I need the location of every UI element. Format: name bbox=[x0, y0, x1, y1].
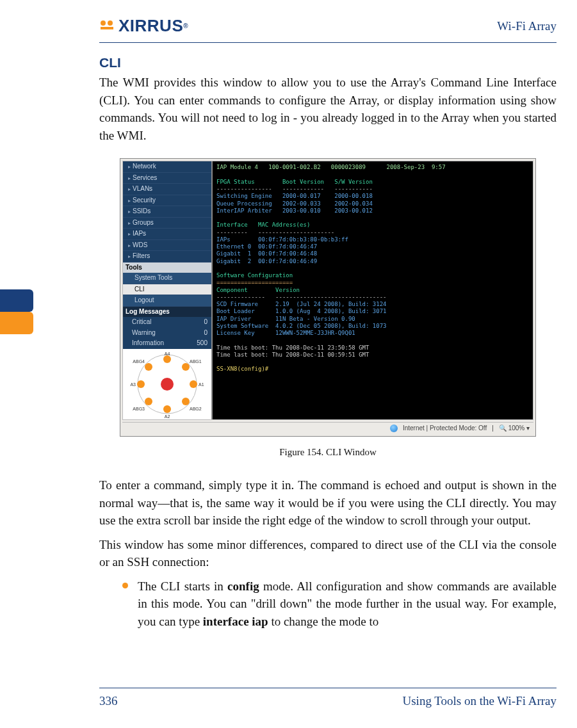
internet-zone-icon bbox=[390, 425, 398, 432]
tools-header: Tools bbox=[123, 263, 211, 273]
intro-paragraph: The WMI provides this window to allow yo… bbox=[99, 74, 557, 144]
svg-point-15 bbox=[145, 398, 152, 405]
page-header: XIRRUS® Wi-Fi Array bbox=[99, 14, 557, 43]
logo-mark-icon bbox=[99, 19, 117, 33]
svg-point-0 bbox=[101, 20, 106, 26]
tools-item[interactable]: Logout bbox=[123, 295, 211, 307]
svg-text:A3: A3 bbox=[130, 382, 136, 387]
body-paragraph: To enter a command, simply type it in. T… bbox=[99, 476, 557, 530]
screenshot: Network Services VLANs Security SSIDs Gr… bbox=[120, 158, 536, 437]
cli-terminal[interactable]: IAP Module 4 100-0091-002.B2 0000023089 … bbox=[211, 161, 533, 419]
bullet-list: The CLI starts in config mode. All confi… bbox=[99, 578, 557, 631]
edge-tabs bbox=[0, 289, 33, 334]
body-paragraph: This window has some minor differences, … bbox=[99, 536, 557, 571]
brand-logo: XIRRUS® bbox=[99, 14, 188, 38]
screenshot-sidebar: Network Services VLANs Security SSIDs Gr… bbox=[123, 161, 211, 419]
log-row[interactable]: Information500 bbox=[123, 338, 211, 349]
svg-point-4 bbox=[161, 378, 174, 391]
footer-title: Using Tools on the Wi-Fi Array bbox=[402, 692, 557, 710]
statusbar-text: Internet | Protected Mode: Off bbox=[403, 424, 487, 433]
page-footer: 336 Using Tools on the Wi-Fi Array bbox=[99, 688, 557, 710]
svg-text:ABG1: ABG1 bbox=[190, 359, 202, 364]
list-item: The CLI starts in config mode. All confi… bbox=[122, 578, 557, 631]
nav-item[interactable]: VLANs bbox=[123, 184, 211, 195]
nav-item[interactable]: Services bbox=[123, 173, 211, 184]
header-product: Wi-Fi Array bbox=[497, 17, 557, 35]
svg-point-5 bbox=[163, 355, 171, 363]
log-row[interactable]: Critical0 bbox=[123, 317, 211, 328]
tools-item-selected[interactable]: CLI bbox=[123, 284, 211, 296]
browser-statusbar: Internet | Protected Mode: Off | 🔍 100% … bbox=[122, 422, 533, 435]
log-header: Log Messages bbox=[123, 307, 211, 318]
figure-cli-window: Network Services VLANs Security SSIDs Gr… bbox=[120, 158, 536, 460]
nav-item[interactable]: IAPs bbox=[123, 229, 211, 240]
svg-point-17 bbox=[182, 398, 190, 405]
nav-item[interactable]: SSIDs bbox=[123, 206, 211, 218]
brand-text: XIRRUS bbox=[118, 14, 183, 38]
nav-item[interactable]: Filters bbox=[123, 251, 211, 263]
svg-text:A2: A2 bbox=[165, 414, 170, 419]
tools-item[interactable]: System Tools bbox=[123, 273, 211, 284]
edge-tab-orange bbox=[0, 312, 33, 334]
zoom-indicator[interactable]: 🔍 100% ▾ bbox=[499, 424, 530, 433]
edge-tab-blue bbox=[0, 289, 33, 312]
svg-point-1 bbox=[108, 20, 113, 26]
svg-text:A4: A4 bbox=[165, 352, 170, 356]
svg-text:ABG3: ABG3 bbox=[133, 407, 145, 411]
svg-point-13 bbox=[190, 380, 197, 388]
nav-item[interactable]: WDS bbox=[123, 240, 211, 252]
svg-point-9 bbox=[182, 363, 190, 371]
section-title: CLI bbox=[99, 53, 557, 72]
svg-text:A1: A1 bbox=[199, 382, 204, 387]
svg-text:ABG4: ABG4 bbox=[133, 359, 145, 364]
figure-caption: Figure 154. CLI Window bbox=[120, 446, 536, 460]
svg-rect-2 bbox=[101, 27, 113, 29]
svg-point-11 bbox=[137, 380, 145, 388]
page-number: 336 bbox=[99, 692, 118, 710]
svg-point-7 bbox=[145, 363, 152, 371]
radar-widget: A4 ABG4 ABG1 A3 A1 ABG3 ABG2 A2 bbox=[123, 349, 211, 419]
log-row[interactable]: Warning0 bbox=[123, 328, 211, 339]
nav-item[interactable]: Network bbox=[123, 161, 211, 173]
nav-item[interactable]: Security bbox=[123, 195, 211, 207]
nav-item[interactable]: Groups bbox=[123, 218, 211, 229]
svg-text:ABG2: ABG2 bbox=[190, 407, 202, 411]
svg-point-19 bbox=[163, 405, 171, 413]
